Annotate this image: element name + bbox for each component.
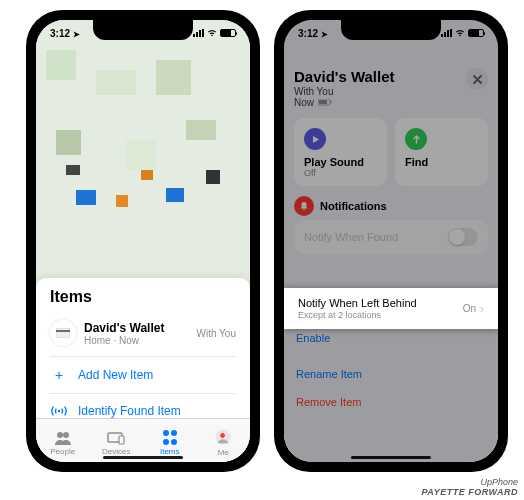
close-icon <box>473 75 482 84</box>
play-sound-label: Play Sound <box>304 156 377 168</box>
location-arrow-icon: ➤ <box>73 30 80 39</box>
items-icon <box>163 430 177 446</box>
signal-icon <box>441 29 452 37</box>
item-name: David's Wallet <box>84 321 189 335</box>
tab-people[interactable]: People <box>36 419 90 462</box>
svg-rect-1 <box>56 330 70 332</box>
svg-point-12 <box>303 209 305 211</box>
item-status: With You <box>197 328 236 339</box>
wifi-icon <box>455 29 465 37</box>
status-time: 3:12 ➤ <box>50 28 80 39</box>
arrow-up-icon <box>405 128 427 150</box>
watermark-line2: PAYETTE FORWARD <box>421 488 518 498</box>
notify-left-behind-row[interactable]: Notify When Left Behind Except at 2 loca… <box>284 288 498 329</box>
home-indicator[interactable] <box>103 456 183 459</box>
item-text: David's Wallet Home · Now <box>84 321 189 346</box>
identify-label: Identify Found Item <box>78 404 181 418</box>
chevron-right-icon: › <box>480 302 484 316</box>
item-row[interactable]: David's Wallet Home · Now With You <box>50 314 236 357</box>
status-right <box>193 29 236 37</box>
notifications-header: Notifications <box>294 196 488 216</box>
svg-point-2 <box>58 410 61 413</box>
status-right <box>441 29 484 37</box>
add-new-item-label: Add New Item <box>78 368 153 382</box>
battery-icon <box>220 29 236 37</box>
people-icon <box>53 430 73 446</box>
detail-title: David's Wallet <box>294 68 395 85</box>
battery-icon <box>468 29 484 37</box>
panel-title: Items <box>50 288 236 306</box>
items-panel: Items David's Wallet Home · Now With You… <box>36 278 250 428</box>
play-sound-state: Off <box>304 168 377 178</box>
home-indicator[interactable] <box>351 456 431 459</box>
rename-item-button[interactable]: Rename Item <box>294 360 488 388</box>
svg-rect-11 <box>331 101 332 104</box>
item-location: Home · Now <box>84 335 189 346</box>
svg-point-3 <box>57 432 63 438</box>
find-label: Find <box>405 156 478 168</box>
plus-icon: + <box>50 367 68 383</box>
left-behind-title: Notify When Left Behind <box>298 297 417 309</box>
bell-icon <box>294 196 314 216</box>
tab-label: Items <box>160 447 180 456</box>
badge-dot-icon <box>219 432 226 439</box>
devices-icon <box>106 430 126 446</box>
radar-icon <box>50 405 68 417</box>
tab-label: Devices <box>102 447 130 456</box>
notify-when-found-row: Notify When Found <box>294 220 488 254</box>
phone-mockup-left: 3:12 ➤ Items <box>26 10 260 472</box>
screen-left: 3:12 ➤ Items <box>36 20 250 462</box>
notch <box>93 20 193 40</box>
item-detail-sheet: David's Wallet With You Now Play Sou <box>284 58 498 462</box>
notch <box>341 20 441 40</box>
svg-point-4 <box>63 432 69 438</box>
play-sound-card[interactable]: Play Sound Off <box>294 118 387 186</box>
detail-time: Now <box>294 97 395 108</box>
tab-label: People <box>50 447 75 456</box>
remove-item-button[interactable]: Remove Item <box>294 388 488 416</box>
close-button[interactable] <box>466 68 488 90</box>
svg-rect-0 <box>56 328 70 338</box>
tab-label: Me <box>218 448 229 457</box>
wallet-icon <box>50 320 76 346</box>
status-time: 3:12 ➤ <box>298 28 328 39</box>
play-icon <box>304 128 326 150</box>
add-new-item-button[interactable]: + Add New Item <box>50 357 236 394</box>
notify-found-label: Notify When Found <box>304 231 398 243</box>
watermark: UpPhone PAYETTE FORWARD <box>421 478 518 498</box>
toggle-off <box>448 228 478 246</box>
phone-mockup-right: 3:12 ➤ David's Wallet With You Now <box>274 10 508 472</box>
signal-icon <box>193 29 204 37</box>
left-behind-sub: Except at 2 locations <box>298 310 417 320</box>
find-card[interactable]: Find <box>395 118 488 186</box>
location-arrow-icon: ➤ <box>321 30 328 39</box>
svg-rect-10 <box>319 100 327 104</box>
left-behind-state: On <box>463 303 476 314</box>
tab-me[interactable]: Me <box>197 419 251 462</box>
screen-right: 3:12 ➤ David's Wallet With You Now <box>284 20 498 462</box>
detail-status: With You <box>294 86 395 97</box>
wifi-icon <box>207 29 217 37</box>
svg-rect-6 <box>119 436 124 444</box>
battery-small-icon <box>318 99 332 106</box>
